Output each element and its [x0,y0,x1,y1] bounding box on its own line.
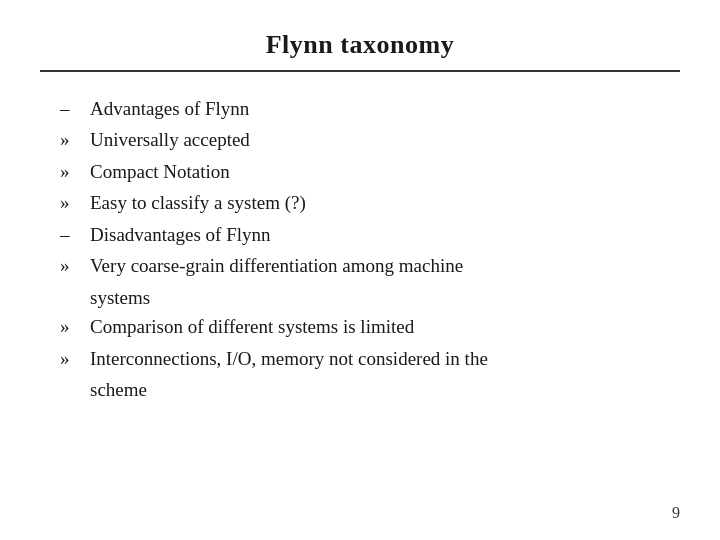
list-item: »Universally accepted [60,125,680,154]
list-item-text: Interconnections, I/O, memory not consid… [90,344,680,373]
list-item-text: Easy to classify a system (?) [90,188,680,217]
list-item-text: Universally accepted [90,125,680,154]
list-item: –Disadvantages of Flynn [60,220,680,249]
slide-container: Flynn taxonomy –Advantages of Flynn»Univ… [0,0,720,540]
list-item: –Advantages of Flynn [60,94,680,123]
bullet-icon: » [60,188,90,217]
page-number: 9 [672,504,680,522]
list-item-text: Very coarse-grain differentiation among … [90,251,680,280]
title-area: Flynn taxonomy [40,30,680,72]
bullet-icon: » [60,344,90,373]
bullet-icon: » [60,251,90,280]
list-item-continuation: scheme [60,375,680,404]
list-item-text: Compact Notation [90,157,680,186]
slide-title: Flynn taxonomy [266,30,455,59]
list-item: »Very coarse-grain differentiation among… [60,251,680,280]
bullet-icon: – [60,94,90,123]
list-item-text: Comparison of different systems is limit… [90,312,680,341]
bullet-icon: » [60,157,90,186]
bullet-icon: » [60,312,90,341]
list-item: »Compact Notation [60,157,680,186]
list-item: »Interconnections, I/O, memory not consi… [60,344,680,373]
list-item-text: Advantages of Flynn [90,94,680,123]
list-item: »Easy to classify a system (?) [60,188,680,217]
list-item: »Comparison of different systems is limi… [60,312,680,341]
bullet-icon: » [60,125,90,154]
list-item-text: Disadvantages of Flynn [90,220,680,249]
list-item-continuation: systems [60,283,680,312]
bullet-icon: – [60,220,90,249]
content-area: –Advantages of Flynn»Universally accepte… [40,94,680,404]
